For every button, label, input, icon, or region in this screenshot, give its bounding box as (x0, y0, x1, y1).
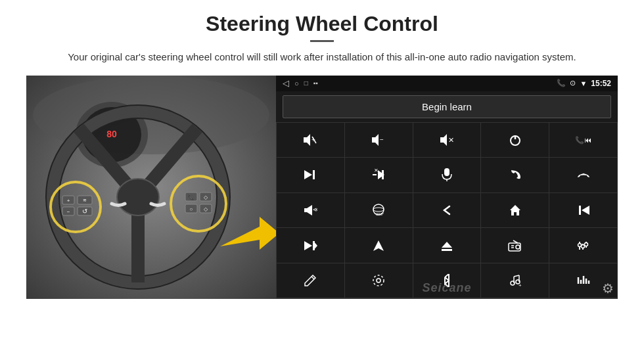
eq-button[interactable] (549, 228, 617, 263)
svg-text:◇: ◇ (204, 194, 208, 200)
recents-nav-icon[interactable]: □ (304, 79, 308, 87)
music-button[interactable]: + (481, 263, 549, 298)
svg-text:⏮: ⏮ (584, 136, 591, 144)
svg-point-10 (117, 179, 159, 215)
svg-point-53 (373, 208, 384, 212)
signal-icon: ▪▪ (313, 79, 318, 87)
mute-button[interactable]: ✕ (413, 123, 481, 158)
svg-rect-48 (444, 168, 449, 176)
svg-marker-55 (510, 205, 520, 215)
location-icon: ⊙ (570, 79, 576, 87)
svg-rect-64 (509, 243, 520, 251)
next-track-button[interactable] (277, 158, 344, 192)
vol-up-button[interactable]: + (277, 123, 344, 158)
svg-marker-56 (582, 206, 589, 215)
svg-marker-36 (440, 134, 447, 146)
vol-down-button[interactable]: − (345, 123, 413, 158)
radio-button[interactable] (481, 228, 549, 263)
wifi-icon: ▼ (580, 79, 587, 87)
steering-wheel-image: 80 + − ≋ (26, 76, 276, 299)
content-row: 80 + − ≋ (26, 76, 618, 299)
svg-text:≋: ≋ (83, 198, 87, 202)
svg-marker-58 (304, 241, 312, 250)
status-bar: ◁ ○ □ ▪▪ 📞 ⊙ ▼ 15:52 (276, 76, 618, 91)
mic-button[interactable] (413, 158, 481, 192)
status-right-icons: 📞 ⊙ ▼ 15:52 (557, 79, 611, 88)
svg-rect-57 (579, 206, 581, 215)
phone-end-button[interactable] (549, 158, 617, 192)
status-nav-icons: ◁ ○ □ ▪▪ (283, 78, 318, 88)
360-view-button[interactable]: 360° (345, 193, 413, 228)
controls-grid: + − ✕ 📞⏮ ✕ (276, 122, 618, 299)
svg-marker-42 (304, 170, 312, 179)
android-ui-panel: ◁ ○ □ ▪▪ 📞 ⊙ ▼ 15:52 Begin learn (276, 76, 618, 299)
svg-marker-60 (313, 241, 317, 250)
svg-point-76 (377, 279, 380, 282)
svg-marker-34 (372, 134, 379, 146)
call-prev-button[interactable]: 📞⏮ (549, 123, 617, 158)
page-container: Steering Wheel Control Your original car… (0, 0, 644, 360)
back-button[interactable] (413, 193, 481, 228)
bluetooth-button[interactable] (413, 263, 481, 298)
svg-line-78 (514, 275, 519, 277)
svg-point-74 (584, 242, 587, 246)
fast-forward-button[interactable]: ✕ (345, 158, 413, 192)
back-nav-icon[interactable]: ◁ (283, 78, 289, 88)
svg-point-72 (578, 243, 581, 246)
svg-text:−: − (67, 209, 70, 215)
svg-point-77 (373, 275, 384, 286)
svg-marker-62 (442, 242, 452, 248)
svg-text:+: + (518, 282, 522, 287)
home-nav-icon[interactable]: ○ (294, 79, 299, 87)
pen-button[interactable] (277, 263, 344, 298)
eject-button[interactable] (413, 228, 481, 263)
svg-rect-63 (442, 249, 452, 251)
svg-text:📞: 📞 (575, 135, 584, 145)
svg-marker-50 (304, 205, 312, 215)
svg-rect-47 (382, 170, 384, 179)
svg-text:+: + (311, 136, 315, 143)
svg-marker-30 (304, 134, 310, 146)
svg-text:−: − (380, 136, 384, 143)
svg-rect-43 (313, 170, 315, 179)
svg-text:✕: ✕ (374, 169, 379, 173)
begin-learn-button[interactable]: Begin learn (283, 95, 611, 118)
svg-text:80: 80 (106, 129, 117, 139)
skip-forward-button[interactable] (277, 228, 344, 263)
begin-learn-row: Begin learn (276, 91, 618, 122)
home-button[interactable] (481, 193, 549, 228)
navigate-button[interactable] (345, 228, 413, 263)
settings-gear-icon[interactable]: ⚙ (602, 281, 614, 296)
svg-text:+: + (67, 198, 70, 204)
svg-text:○: ○ (190, 206, 193, 212)
title-divider (310, 40, 334, 42)
svg-text:📞: 📞 (188, 194, 195, 200)
page-subtitle: Your original car's steering wheel contr… (68, 50, 576, 65)
svg-line-75 (311, 277, 314, 279)
svg-point-73 (581, 244, 584, 248)
power-button[interactable] (481, 123, 549, 158)
svg-text:360°: 360° (376, 212, 384, 216)
svg-text:↺: ↺ (82, 208, 87, 215)
horn-button[interactable]: ≪ (277, 193, 344, 228)
time-display: 15:52 (591, 79, 611, 88)
svg-text:≪: ≪ (313, 206, 317, 213)
svg-text:✕: ✕ (448, 136, 454, 144)
phone-accept-button[interactable] (481, 158, 549, 192)
rewind-button[interactable] (549, 193, 617, 228)
svg-text:◇: ◇ (204, 206, 208, 212)
settings-button[interactable] (345, 263, 413, 298)
page-title: Steering Wheel Control (206, 12, 438, 36)
svg-point-65 (516, 245, 520, 249)
svg-marker-61 (373, 240, 384, 251)
phone-icon: 📞 (557, 79, 566, 87)
